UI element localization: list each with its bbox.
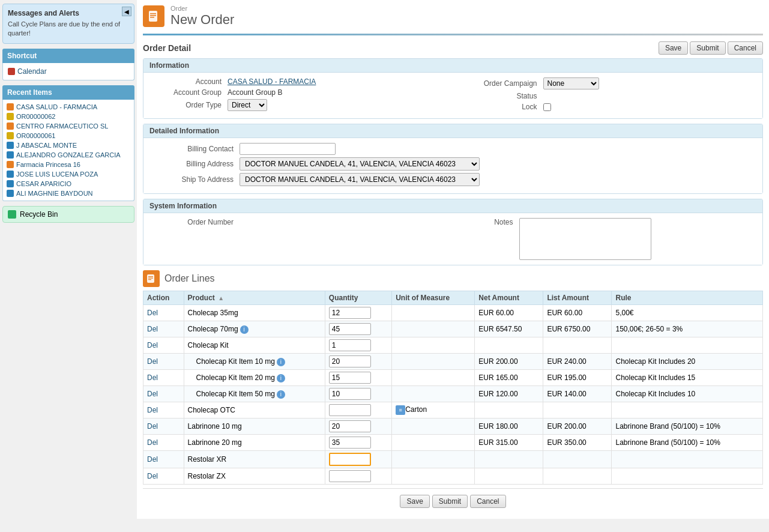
recent-item-link[interactable]: ALI MAGHNIE BAYDOUN: [16, 190, 93, 197]
uom-cell: [392, 435, 475, 451]
recent-item-icon: [7, 190, 14, 197]
save-button-bottom[interactable]: Save: [400, 495, 429, 508]
col-action: Action: [143, 291, 184, 305]
recent-item[interactable]: CASA SALUD - FARMACIA: [3, 102, 134, 112]
table-row: Del Cholecap Kit Item 20 mgi EUR 165.00 …: [143, 370, 763, 386]
quantity-input[interactable]: [329, 307, 371, 319]
del-link[interactable]: Del: [147, 422, 158, 431]
action-cell: Del: [143, 468, 184, 485]
product-cell: Cholecap 35mg: [184, 305, 325, 321]
shortcut-section: Shortcut Calendar: [2, 49, 134, 80]
quantity-input[interactable]: [329, 339, 371, 351]
recent-item-icon: [7, 103, 14, 110]
recent-item-link[interactable]: OR00000062: [16, 113, 55, 120]
del-link[interactable]: Del: [147, 390, 158, 398]
rule-cell: [612, 451, 763, 468]
net-amount-cell: EUR 315.00: [475, 435, 543, 451]
quantity-input[interactable]: [329, 470, 371, 482]
recycle-bin-section[interactable]: Recycle Bin: [2, 206, 134, 223]
product-sort-icon[interactable]: ▲: [218, 295, 224, 301]
quantity-input[interactable]: [329, 372, 371, 384]
page-header: Order New Order: [143, 5, 763, 28]
save-button-top[interactable]: Save: [659, 41, 688, 55]
recent-item[interactable]: Farmacia Princesa 16: [3, 160, 134, 169]
ship-to-address-select[interactable]: DOCTOR MANUEL CANDELA, 41, VALENCIA, VAL…: [240, 173, 480, 186]
recent-item[interactable]: ALEJANDRO GONZALEZ GARCIA: [3, 150, 134, 160]
product-cell: Cholecap 70mgi: [184, 321, 325, 337]
order-campaign-select[interactable]: None Campaign A: [543, 77, 599, 89]
info-icon[interactable]: i: [277, 374, 285, 382]
shortcut-body: Calendar: [2, 63, 134, 80]
action-cell: Del: [143, 402, 184, 419]
info-icon[interactable]: i: [240, 325, 249, 334]
cancel-button-bottom[interactable]: Cancel: [470, 495, 505, 508]
recent-item-link[interactable]: CESAR APARICIO: [16, 180, 71, 187]
del-link[interactable]: Del: [147, 341, 158, 349]
calendar-link[interactable]: Calendar: [17, 67, 47, 76]
submit-button-top[interactable]: Submit: [690, 41, 725, 55]
list-amount-cell: EUR 350.00: [543, 435, 612, 451]
quantity-input[interactable]: [329, 404, 371, 416]
action-cell: Del: [143, 354, 184, 370]
quantity-input[interactable]: [329, 420, 371, 432]
svg-rect-6: [148, 278, 153, 279]
del-link[interactable]: Del: [147, 357, 158, 366]
quantity-input[interactable]: [329, 437, 371, 449]
order-lines-header: Order Lines: [143, 270, 763, 287]
notes-textarea[interactable]: [519, 218, 651, 260]
account-label: Account: [149, 77, 222, 86]
recent-item[interactable]: OR00000061: [3, 131, 134, 141]
recent-item-link[interactable]: Farmacia Princesa 16: [16, 161, 80, 168]
cancel-button-top[interactable]: Cancel: [728, 41, 763, 55]
info-right-col: Order Campaign None Campaign A Status Lo…: [465, 77, 757, 113]
recent-item-link[interactable]: ALEJANDRO GONZALEZ GARCIA: [16, 151, 121, 159]
uom-cell: ≡Carton: [392, 402, 475, 419]
info-icon[interactable]: i: [277, 358, 285, 366]
recent-item[interactable]: CENTRO FARMACEUTICO SL: [3, 121, 134, 131]
del-link[interactable]: Del: [147, 455, 158, 464]
recent-item-link[interactable]: OR00000061: [16, 132, 55, 139]
recent-item[interactable]: JOSE LUIS LUCENA POZA: [3, 169, 134, 179]
del-link[interactable]: Del: [147, 406, 158, 414]
submit-button-bottom[interactable]: Submit: [432, 495, 468, 508]
order-type-select[interactable]: Direct Indirect: [228, 99, 267, 111]
uom-cell: [392, 354, 475, 370]
recycle-icon: [8, 210, 16, 219]
lock-checkbox[interactable]: [543, 103, 551, 111]
billing-address-label: Billing Address: [149, 160, 234, 168]
action-cell: Del: [143, 370, 184, 386]
net-amount-cell: EUR 200.00: [475, 354, 543, 370]
recent-item-link[interactable]: J ABASCAL MONTE: [16, 142, 77, 149]
recent-item[interactable]: J ABASCAL MONTE: [3, 141, 134, 150]
quantity-input[interactable]: [329, 453, 371, 466]
recent-item-link[interactable]: JOSE LUIS LUCENA POZA: [16, 171, 98, 178]
del-link[interactable]: Del: [147, 309, 158, 317]
recent-item-link[interactable]: CASA SALUD - FARMACIA: [16, 103, 97, 110]
recycle-bin-label: Recycle Bin: [20, 210, 58, 219]
quantity-input[interactable]: [329, 388, 371, 400]
del-link[interactable]: Del: [147, 373, 158, 382]
collapse-button[interactable]: ◀: [122, 7, 131, 16]
billing-contact-input[interactable]: [240, 143, 336, 155]
messages-alerts-box: Messages and Alerts Call Cycle Plans are…: [2, 4, 134, 44]
recent-item-link[interactable]: CENTRO FARMACEUTICO SL: [16, 122, 108, 130]
billing-address-select[interactable]: DOCTOR MANUEL CANDELA, 41, VALENCIA, VAL…: [240, 157, 480, 171]
recent-item[interactable]: CESAR APARICIO: [3, 179, 134, 189]
rule-cell: [612, 468, 763, 485]
net-amount-cell: EUR 120.00: [475, 386, 543, 402]
table-row: Del Labrinone 10 mg EUR 180.00 EUR 200.0…: [143, 419, 763, 435]
uom-icon[interactable]: ≡: [396, 405, 405, 415]
order-lines-table: Action Product ▲ Quantity Unit of Measur…: [143, 291, 763, 485]
del-link[interactable]: Del: [147, 472, 158, 480]
quantity-input[interactable]: [329, 323, 371, 335]
info-icon[interactable]: i: [277, 390, 285, 399]
recent-item[interactable]: ALI MAGHNIE BAYDOUN: [3, 189, 134, 198]
del-link[interactable]: Del: [147, 438, 158, 447]
shortcut-item-calendar[interactable]: Calendar: [3, 65, 134, 77]
del-link[interactable]: Del: [147, 325, 158, 333]
recent-item[interactable]: OR00000062: [3, 112, 134, 121]
svg-rect-1: [150, 13, 156, 14]
rule-cell: [612, 337, 763, 354]
account-value[interactable]: CASA SALUD - FARMACIA: [228, 77, 316, 86]
quantity-input[interactable]: [329, 355, 371, 367]
